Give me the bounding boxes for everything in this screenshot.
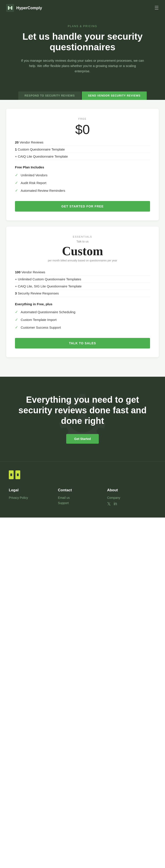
free-plan-label: FREE [15, 118, 150, 120]
hero-description: If you manage security reviews during yo… [21, 58, 144, 74]
free-plan-card: FREE $0 20 Vendor Reviews 1 Custom Quest… [6, 108, 159, 220]
hero-title: Let us handle your security questionnair… [13, 31, 152, 53]
footer-columns: Legal Privacy Policy Contact Email us Su… [9, 488, 156, 506]
essentials-check-list: ✓ Automated Questionnaire Scheduling ✓ C… [15, 308, 150, 331]
list-item: + Unlimited Custom Questionnaire Templat… [15, 276, 150, 283]
footer-legal-title: Legal [9, 488, 58, 492]
logo-icon [6, 4, 14, 12]
check-icon: ✓ [15, 173, 18, 178]
plan-tabs: Respond to Security Reviews Send Vendor … [0, 87, 165, 100]
linkedin-icon[interactable]: in [114, 501, 117, 506]
list-item: ✓ Automated Review Reminders [15, 187, 150, 194]
essentials-features-list: 100 Vendor Reviews + Unlimited Custom Qu… [15, 269, 150, 297]
footer-company-link[interactable]: Company [107, 496, 156, 499]
hamburger-icon[interactable]: ☰ [155, 5, 159, 11]
logo-text: HyperComply [16, 6, 42, 10]
footer-about-title: About [107, 488, 156, 492]
check-icon: ✓ [15, 188, 18, 193]
free-features-list: 20 Vendor Reviews 1 Custom Questionnaire… [15, 139, 150, 160]
footer-email-link[interactable]: Email us [58, 496, 107, 499]
list-item: ✓ Unlimited Vendors [15, 171, 150, 179]
footer-col-contact: Contact Email us Support [58, 488, 107, 506]
bottom-title: Everything you need to get security revi… [13, 394, 152, 426]
check-icon: ✓ [15, 325, 18, 330]
free-section-header: Free Plan Includes [15, 165, 150, 169]
essentials-plan-note: per month billed annually based on quest… [15, 259, 150, 262]
footer: Legal Privacy Policy Contact Email us Su… [0, 461, 165, 518]
list-item: ✓ Custom Template Import [15, 316, 150, 323]
tab-send[interactable]: Send Vendor Security Reviews [82, 91, 147, 100]
essentials-plan-card: ESSENTIALS Talk to us Custom per month b… [6, 226, 159, 357]
svg-rect-4 [17, 473, 19, 476]
list-item: ✓ Automated Questionnaire Scheduling [15, 308, 150, 316]
footer-support-link[interactable]: Support [58, 501, 107, 505]
tab-respond[interactable]: Respond to Security Reviews [18, 91, 81, 100]
essentials-plan-price: Custom [15, 244, 150, 258]
social-icons: 𝕏 in [107, 501, 156, 506]
logo-area: HyperComply [6, 4, 42, 12]
twitter-icon[interactable]: 𝕏 [107, 501, 111, 506]
hero-label: Plans & Pricing [13, 25, 152, 28]
check-icon: ✓ [15, 181, 18, 185]
list-item: ✓ Customer Success Support [15, 323, 150, 331]
essentials-cta-button[interactable]: Talk to Sales [15, 338, 150, 348]
footer-logo-icon [9, 470, 20, 479]
list-item: 20 Vendor Reviews [15, 139, 150, 146]
free-check-list: ✓ Unlimited Vendors ✓ Audit Risk Report … [15, 171, 150, 194]
free-plan-price: $0 [15, 122, 150, 137]
essentials-plan-label: ESSENTIALS [15, 236, 150, 238]
check-icon: ✓ [15, 317, 18, 322]
footer-privacy-link[interactable]: Privacy Policy [9, 496, 58, 499]
list-item: 3 Security Review Responses [15, 290, 150, 297]
check-icon: ✓ [15, 310, 18, 314]
svg-rect-3 [10, 473, 12, 476]
main-content: FREE $0 20 Vendor Reviews 1 Custom Quest… [0, 100, 165, 377]
footer-col-about: About Company 𝕏 in [107, 488, 156, 506]
list-item: 100 Vendor Reviews [15, 269, 150, 276]
footer-logo [9, 470, 156, 480]
list-item: ✓ Audit Risk Report [15, 179, 150, 187]
hero-section: Plans & Pricing Let us handle your secur… [0, 16, 165, 87]
essentials-section-header: Everything in Free, plus [15, 302, 150, 306]
header: HyperComply ☰ [0, 0, 165, 16]
free-cta-button[interactable]: Get Started for FREE [15, 201, 150, 212]
list-item: + CAIQ Lite, SIG Lite Questionnaire Temp… [15, 283, 150, 290]
list-item: 1 Custom Questionnaire Template [15, 146, 150, 153]
list-item: + CAIQ Lite Questionnaire Template [15, 153, 150, 160]
footer-contact-title: Contact [58, 488, 107, 492]
bottom-get-started-button[interactable]: Get Started [66, 434, 98, 444]
essentials-talk-to-us: Talk to us [15, 240, 150, 243]
bottom-cta-section: ⚙ Everything you need to get security re… [0, 377, 165, 461]
footer-col-legal: Legal Privacy Policy [9, 488, 58, 506]
